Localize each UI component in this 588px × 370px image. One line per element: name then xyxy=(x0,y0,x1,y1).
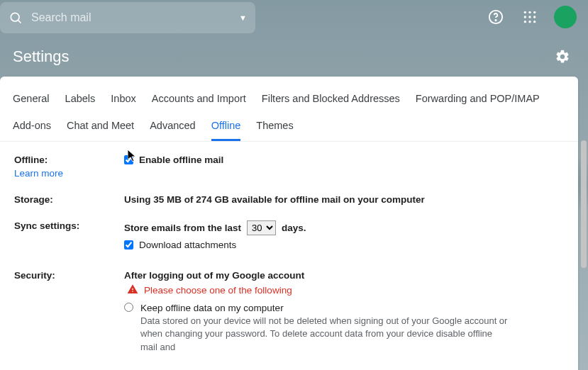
settings-gear-icon[interactable] xyxy=(550,44,575,69)
svg-point-7 xyxy=(524,16,526,18)
row-storage: Storage: Using 35 MB of 274 GB available… xyxy=(14,189,564,215)
tab-filters[interactable]: Filters and Blocked Addresses xyxy=(262,85,400,112)
security-label: Security: xyxy=(14,270,55,281)
tab-addons[interactable]: Add-ons xyxy=(13,112,51,141)
security-warning: Please choose one of the following xyxy=(144,285,292,296)
keep-data-radio[interactable] xyxy=(124,303,133,312)
page-title: Settings xyxy=(13,47,70,66)
tab-advanced[interactable]: Advanced xyxy=(150,112,196,141)
settings-body: Offline: Learn more Enable offline mail … xyxy=(0,142,578,370)
download-attachments-label: Download attachments xyxy=(139,240,236,250)
svg-line-1 xyxy=(18,21,21,23)
offline-label: Offline: xyxy=(14,155,48,165)
sync-prefix: Store emails from the last xyxy=(124,223,241,233)
storage-label: Storage: xyxy=(14,194,53,205)
sync-suffix: days. xyxy=(282,223,306,233)
settings-panel: General Labels Inbox Accounts and Import… xyxy=(0,77,578,370)
svg-point-11 xyxy=(528,21,531,23)
enable-offline-checkbox[interactable] xyxy=(124,155,133,164)
tab-inbox[interactable]: Inbox xyxy=(111,85,135,112)
header-bar: ▼ xyxy=(0,0,588,34)
download-attachments-checkbox[interactable] xyxy=(124,240,133,250)
storage-text: Using 35 MB of 274 GB available for offl… xyxy=(124,194,425,205)
help-button[interactable] xyxy=(482,3,510,31)
tab-chat[interactable]: Chat and Meet xyxy=(67,112,134,141)
search-options-caret-icon[interactable]: ▼ xyxy=(239,13,247,22)
tab-offline[interactable]: Offline xyxy=(211,112,241,141)
sync-label: Sync settings: xyxy=(14,220,79,231)
svg-point-5 xyxy=(528,11,531,13)
tab-themes[interactable]: Themes xyxy=(256,112,293,141)
learn-more-link[interactable]: Learn more xyxy=(14,168,124,179)
security-heading: After logging out of my Google account xyxy=(124,270,564,281)
account-avatar[interactable] xyxy=(554,6,577,28)
warning-icon xyxy=(127,284,138,297)
svg-point-3 xyxy=(495,20,496,21)
keep-data-desc: Data stored on your device will not be d… xyxy=(140,315,509,354)
enable-offline-label: Enable offline mail xyxy=(139,155,223,165)
tab-labels[interactable]: Labels xyxy=(65,85,96,112)
svg-point-4 xyxy=(524,11,526,13)
row-offline: Offline: Learn more Enable offline mail xyxy=(14,149,564,189)
search-icon xyxy=(9,11,23,25)
tab-forwarding[interactable]: Forwarding and POP/IMAP xyxy=(416,85,540,112)
svg-point-0 xyxy=(11,13,19,21)
scrollbar[interactable] xyxy=(581,140,587,268)
svg-point-9 xyxy=(533,16,536,18)
row-sync: Sync settings: Store emails from the las… xyxy=(14,215,564,264)
svg-point-12 xyxy=(533,21,536,23)
svg-point-10 xyxy=(524,21,526,23)
sync-days-select[interactable]: 30 xyxy=(247,220,276,235)
tab-general[interactable]: General xyxy=(13,85,50,112)
search-box[interactable]: ▼ xyxy=(0,2,255,33)
title-row: Settings xyxy=(0,34,588,77)
svg-point-8 xyxy=(528,16,531,18)
svg-point-6 xyxy=(533,11,536,13)
apps-grid-icon[interactable] xyxy=(516,3,544,31)
row-security: Security: After logging out of my Google… xyxy=(14,264,564,364)
settings-tabs: General Labels Inbox Accounts and Import… xyxy=(0,77,578,142)
search-input[interactable] xyxy=(31,11,239,24)
keep-data-label: Keep offline data on my computer xyxy=(140,303,509,313)
tab-accounts[interactable]: Accounts and Import xyxy=(152,85,246,112)
